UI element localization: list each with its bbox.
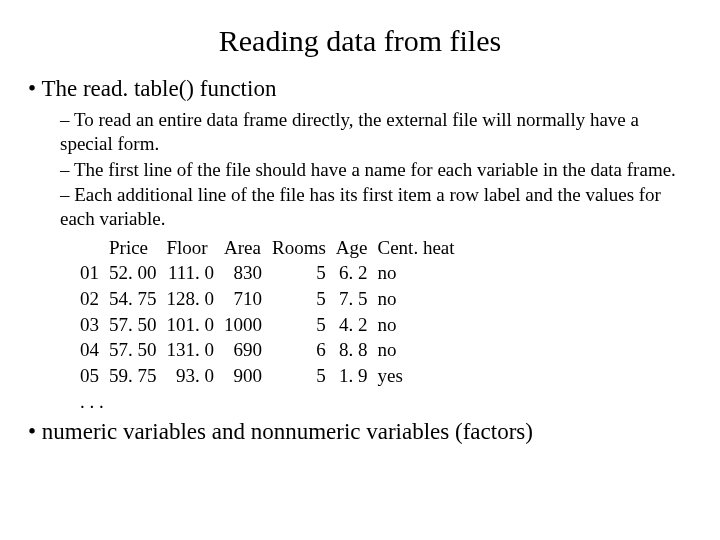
col-heat: Cent. heat xyxy=(378,235,465,261)
table-row: 01 52. 00 111. 0 830 5 6. 2 no xyxy=(80,260,465,286)
cell-area: 830 xyxy=(224,260,272,286)
col-age: Age xyxy=(336,235,378,261)
sub-bullet-2: – The first line of the file should have… xyxy=(60,158,692,182)
table-row: 02 54. 75 128. 0 710 5 7. 5 no xyxy=(80,286,465,312)
col-area: Area xyxy=(224,235,272,261)
cell-heat: no xyxy=(378,312,465,338)
cell-floor: 131. 0 xyxy=(167,337,225,363)
cell-rooms: 5 xyxy=(272,286,336,312)
table-row: 05 59. 75 93. 0 900 5 1. 9 yes xyxy=(80,363,465,389)
cell-area: 1000 xyxy=(224,312,272,338)
cell-price: 57. 50 xyxy=(109,312,167,338)
cell-age: 4. 2 xyxy=(336,312,378,338)
cell-id: 01 xyxy=(80,260,109,286)
slide: Reading data from files • The read. tabl… xyxy=(0,0,720,540)
slide-title: Reading data from files xyxy=(28,24,692,58)
col-price: Price xyxy=(109,235,167,261)
cell-area: 690 xyxy=(224,337,272,363)
cell-heat: yes xyxy=(378,363,465,389)
cell-floor: 111. 0 xyxy=(167,260,225,286)
cell-heat: no xyxy=(378,286,465,312)
cell-id: 04 xyxy=(80,337,109,363)
bullet-read-table: • The read. table() function xyxy=(28,76,692,102)
table-header-row: Price Floor Area Rooms Age Cent. heat xyxy=(80,235,465,261)
cell-price: 54. 75 xyxy=(109,286,167,312)
cell-heat: no xyxy=(378,337,465,363)
cell-id: 05 xyxy=(80,363,109,389)
cell-floor: 93. 0 xyxy=(167,363,225,389)
bullet-numeric-vars: • numeric variables and nonnumeric varia… xyxy=(28,419,692,445)
cell-heat: no xyxy=(378,260,465,286)
cell-age: 8. 8 xyxy=(336,337,378,363)
cell-rooms: 5 xyxy=(272,312,336,338)
cell-rooms: 5 xyxy=(272,260,336,286)
cell-floor: 101. 0 xyxy=(167,312,225,338)
ellipsis: . . . xyxy=(80,391,692,413)
cell-rooms: 5 xyxy=(272,363,336,389)
cell-age: 6. 2 xyxy=(336,260,378,286)
cell-id: 03 xyxy=(80,312,109,338)
sub-bullet-3: – Each additional line of the file has i… xyxy=(60,183,692,231)
table-row: 04 57. 50 131. 0 690 6 8. 8 no xyxy=(80,337,465,363)
sub-bullet-1: – To read an entire data frame directly,… xyxy=(60,108,692,156)
cell-area: 710 xyxy=(224,286,272,312)
cell-age: 7. 5 xyxy=(336,286,378,312)
cell-floor: 128. 0 xyxy=(167,286,225,312)
cell-price: 59. 75 xyxy=(109,363,167,389)
col-rooms: Rooms xyxy=(272,235,336,261)
cell-price: 52. 00 xyxy=(109,260,167,286)
cell-id: 02 xyxy=(80,286,109,312)
data-table: Price Floor Area Rooms Age Cent. heat 01… xyxy=(80,235,692,389)
cell-area: 900 xyxy=(224,363,272,389)
table-row: 03 57. 50 101. 0 1000 5 4. 2 no xyxy=(80,312,465,338)
col-floor: Floor xyxy=(167,235,225,261)
col-id xyxy=(80,235,109,261)
cell-rooms: 6 xyxy=(272,337,336,363)
cell-age: 1. 9 xyxy=(336,363,378,389)
cell-price: 57. 50 xyxy=(109,337,167,363)
